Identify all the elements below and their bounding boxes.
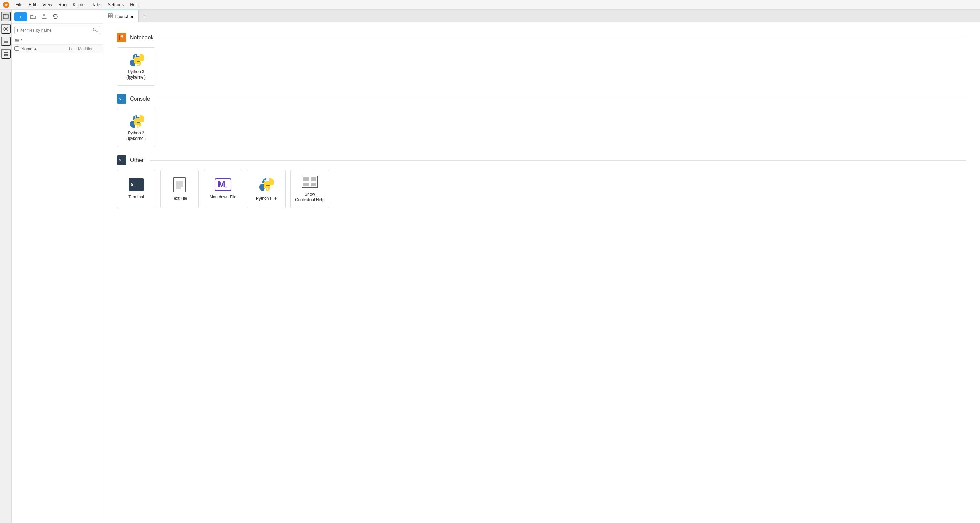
launcher-tab[interactable]: Launcher: [103, 10, 138, 22]
terminal-card[interactable]: $_ Terminal: [117, 170, 156, 208]
other-section-icon: $_: [117, 156, 126, 165]
search-input[interactable]: [17, 28, 93, 33]
search-icon: [93, 27, 97, 33]
console-section-title: Console: [130, 96, 150, 102]
svg-text:$_: $_: [130, 181, 137, 188]
tab-bar: Launcher +: [103, 10, 980, 22]
console-cards: Python 3(ipykernel): [117, 108, 966, 147]
svg-rect-4: [5, 28, 5, 30]
textfile-icon: [173, 177, 186, 193]
svg-rect-5: [6, 28, 6, 30]
files-icon-btn[interactable]: [1, 12, 11, 21]
notebook-section-title: Notebook: [130, 35, 154, 41]
menu-bar: File Edit View Run Kernel Tabs Settings …: [0, 0, 980, 10]
svg-point-3: [4, 27, 8, 31]
header-name[interactable]: Name ▲: [21, 46, 69, 51]
file-toolbar: +: [12, 10, 103, 24]
upload-button[interactable]: [39, 12, 49, 21]
notebook-python3-card[interactable]: Python 3(ipykernel): [117, 47, 156, 86]
other-divider: [150, 160, 966, 161]
contextual-help-label: ShowContextual Help: [295, 192, 324, 203]
svg-rect-22: [119, 35, 119, 40]
svg-rect-17: [108, 14, 110, 16]
markdown-icon: M: [215, 178, 231, 192]
file-list: [12, 53, 103, 523]
console-python3-label: Python 3(ipykernel): [126, 130, 146, 141]
svg-rect-10: [6, 52, 8, 53]
header-checkbox[interactable]: [14, 46, 21, 52]
svg-rect-37: [303, 177, 309, 181]
search-box[interactable]: [14, 26, 100, 35]
menu-settings[interactable]: Settings: [105, 2, 126, 8]
menu-tabs[interactable]: Tabs: [89, 2, 104, 8]
menu-help[interactable]: Help: [127, 2, 142, 8]
python-notebook-icon: [129, 53, 143, 67]
extensions-icon-btn[interactable]: [1, 49, 11, 59]
markdown-card[interactable]: M Markdown File: [204, 170, 242, 208]
other-section-header: $_ Other: [117, 156, 966, 165]
menu-kernel[interactable]: Kernel: [70, 2, 89, 8]
svg-rect-11: [4, 54, 5, 56]
app-logo: [3, 2, 10, 8]
other-section-title: Other: [130, 157, 144, 163]
notebook-divider: [160, 38, 967, 38]
app-layout: +: [0, 10, 980, 523]
svg-text:$_: $_: [119, 159, 123, 162]
menu-view[interactable]: View: [40, 2, 55, 8]
file-panel: +: [12, 10, 103, 523]
new-folder-button[interactable]: [28, 12, 38, 21]
launcher-tab-icon: [108, 13, 113, 19]
plus-icon: +: [19, 14, 22, 19]
console-section-icon: >_: [117, 94, 126, 104]
svg-text:>_: >_: [119, 97, 124, 101]
console-section-header: >_ Console: [117, 94, 966, 104]
console-python3-card[interactable]: Python 3(ipykernel): [117, 108, 156, 147]
menu-file[interactable]: File: [13, 2, 25, 8]
running-icon-btn[interactable]: [1, 24, 11, 34]
notebook-python3-label: Python 3(ipykernel): [126, 69, 146, 80]
svg-line-16: [96, 31, 97, 32]
icon-bar: [0, 10, 12, 523]
svg-text:M: M: [218, 179, 225, 189]
menu-run[interactable]: Run: [56, 2, 69, 8]
svg-rect-29: [174, 177, 185, 192]
file-table-header: Name ▲ Last Modified: [12, 45, 103, 53]
breadcrumb: /: [12, 37, 103, 45]
svg-rect-40: [311, 183, 316, 186]
svg-rect-39: [303, 183, 309, 186]
add-tab-button[interactable]: +: [138, 10, 150, 21]
breadcrumb-path: /: [21, 38, 22, 43]
python-file-label: Python File: [256, 196, 277, 202]
markdown-label: Markdown File: [210, 195, 236, 200]
text-file-label: Text File: [172, 196, 188, 202]
python-file-icon: [259, 177, 274, 193]
notebook-section-icon: [117, 33, 126, 42]
launcher: Notebook Python 3(ipykernel): [103, 22, 980, 523]
folder-icon: [14, 38, 19, 43]
python-console-icon: [129, 114, 143, 128]
python-file-card[interactable]: Python File: [247, 170, 286, 208]
select-all-checkbox[interactable]: [14, 46, 19, 51]
svg-rect-12: [6, 54, 8, 56]
contextual-help-icon: [302, 176, 318, 189]
svg-rect-18: [111, 14, 112, 16]
menu-edit[interactable]: Edit: [26, 2, 39, 8]
commands-icon-btn[interactable]: [1, 37, 11, 46]
notebook-cards: Python 3(ipykernel): [117, 47, 966, 86]
launcher-tab-label: Launcher: [115, 14, 134, 19]
console-divider: [156, 99, 966, 99]
notebook-section-header: Notebook: [117, 33, 966, 42]
contextual-help-card[interactable]: ShowContextual Help: [291, 170, 329, 208]
new-button[interactable]: +: [14, 13, 27, 21]
other-cards: $_ Terminal: [117, 170, 966, 208]
svg-rect-20: [111, 16, 112, 18]
refresh-button[interactable]: [50, 12, 60, 21]
terminal-label: Terminal: [128, 195, 144, 200]
svg-rect-9: [4, 52, 5, 53]
svg-rect-38: [311, 177, 316, 181]
sort-icon: ▲: [33, 46, 38, 51]
main-content: Launcher + Notebook: [103, 10, 980, 523]
svg-rect-19: [108, 16, 110, 18]
terminal-icon: $_: [129, 178, 144, 192]
text-file-card[interactable]: Text File: [160, 170, 199, 208]
